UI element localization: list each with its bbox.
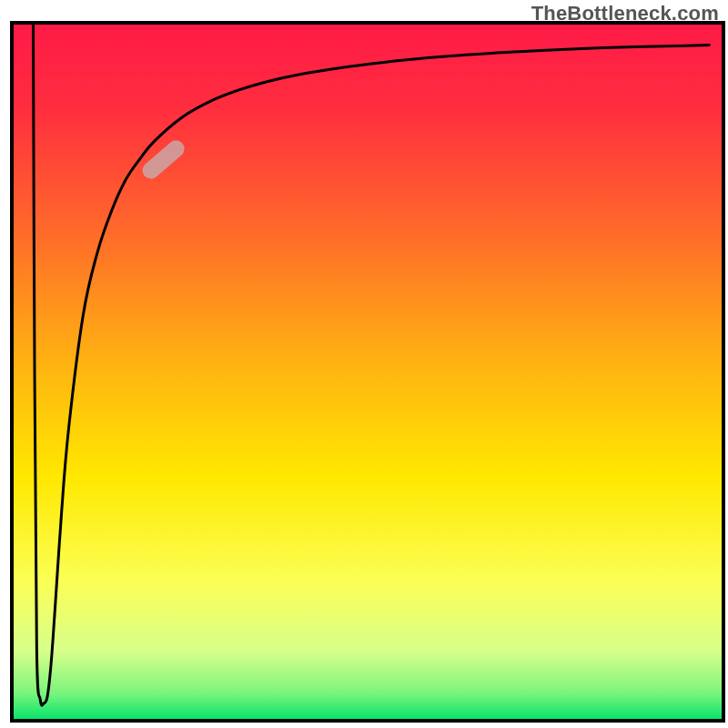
chart-stage: TheBottleneck.com <box>0 0 728 728</box>
bottleneck-chart <box>0 0 728 728</box>
gradient-background <box>12 23 723 721</box>
